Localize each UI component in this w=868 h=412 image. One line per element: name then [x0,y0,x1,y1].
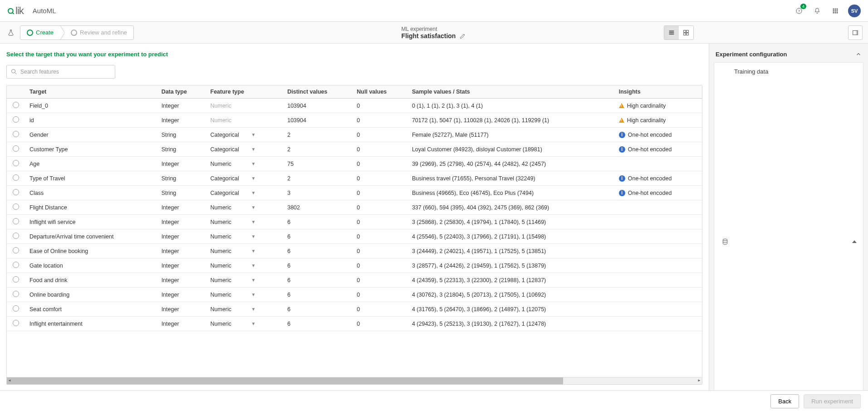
cell-featuretype[interactable]: Numeric▼ [206,244,283,258]
target-radio[interactable] [13,247,19,253]
apps-grid-icon[interactable] [830,5,841,16]
col-featuretype[interactable]: Feature type [206,85,283,99]
cell-featuretype[interactable]: Numeric▼ [206,302,283,317]
chevron-down-icon[interactable]: ▼ [251,263,256,268]
chevron-down-icon[interactable]: ▼ [251,147,256,152]
chevron-down-icon[interactable]: ▼ [251,234,256,239]
cell-nulls: 0 [352,258,407,273]
chevron-down-icon[interactable]: ▼ [251,190,256,195]
svg-point-24 [723,239,727,241]
target-radio[interactable] [13,262,19,268]
chevron-down-icon[interactable]: ▼ [251,219,256,224]
cell-samples: 3 (24449), 2 (24021), 4 (19571), 1 (1752… [407,244,614,258]
target-radio[interactable] [13,160,19,166]
table-row[interactable]: idIntegerNumeric103904070172 (1), 5047 (… [7,113,702,128]
table-row[interactable]: Type of TravelStringCategorical▼20Busine… [7,171,702,186]
table-row[interactable]: GenderStringCategorical▼20Female (52727)… [7,128,702,142]
run-experiment-button[interactable]: Run experiment [804,394,861,408]
chevron-down-icon[interactable]: ▼ [251,321,256,326]
cell-featuretype[interactable]: Numeric▼ [206,273,283,288]
step-create-label: Create [36,29,54,36]
collapse-icon[interactable] [855,51,862,58]
table-row[interactable]: Seat comfortIntegerNumeric▼604 (31765), … [7,302,702,317]
chevron-down-icon[interactable]: ▼ [251,278,256,283]
table-row[interactable]: Inflight entertainmentIntegerNumeric▼604… [7,317,702,331]
flask-icon[interactable] [5,27,16,38]
training-data-header[interactable]: Training data [714,63,863,390]
cell-featuretype[interactable]: Categorical▼ [206,142,283,157]
target-radio[interactable] [13,131,19,137]
cell-featuretype[interactable]: Numeric▼ [206,157,283,171]
step-review[interactable]: Review and refine [64,26,133,40]
features-pane: Select the target that you want your exp… [0,44,709,390]
target-radio[interactable] [13,189,19,195]
table-row[interactable]: Departure/Arrival time convenientInteger… [7,229,702,244]
svg-point-22 [12,69,15,73]
cell-featuretype[interactable]: Numeric▼ [206,288,283,302]
table-row[interactable]: Field_0IntegerNumeric10390400 (1), 1 (1)… [7,99,702,113]
insight-text: One-hot encoded [628,132,672,138]
search-input[interactable] [20,69,111,75]
cell-featuretype[interactable]: Categorical▼ [206,186,283,200]
chevron-down-icon[interactable]: ▼ [251,248,256,253]
cell-featuretype[interactable]: Numeric▼ [206,317,283,331]
chevron-down-icon[interactable]: ▼ [251,292,256,297]
cell-featuretype[interactable]: Numeric▼ [206,200,283,215]
right-panel-toggle[interactable] [848,25,863,40]
back-button[interactable]: Back [770,394,799,408]
notifications-icon[interactable] [812,5,823,16]
search-box[interactable] [6,65,115,79]
chevron-down-icon[interactable]: ▼ [251,205,256,210]
col-target[interactable]: Target [25,85,157,99]
col-datatype[interactable]: Data type [157,85,206,99]
cell-datatype: Integer [157,200,206,215]
cell-featuretype[interactable]: Categorical▼ [206,171,283,186]
target-radio[interactable] [13,291,19,297]
svg-rect-8 [835,10,836,11]
cell-featuretype[interactable]: Numeric▼ [206,215,283,229]
view-grid-button[interactable] [679,26,693,40]
col-samples[interactable]: Sample values / Stats [407,85,614,99]
table-row[interactable]: Flight DistanceIntegerNumeric▼38020337 (… [7,200,702,215]
chevron-down-icon[interactable]: ▼ [251,176,256,181]
table-row[interactable]: Online boardingIntegerNumeric▼604 (30762… [7,288,702,302]
table-row[interactable]: ClassStringCategorical▼30Business (49665… [7,186,702,200]
cell-insights [614,229,702,244]
table-row[interactable]: Customer TypeStringCategorical▼20Loyal C… [7,142,702,157]
table-row[interactable]: Gate locationIntegerNumeric▼603 (28577),… [7,258,702,273]
edit-icon[interactable] [459,32,466,40]
user-avatar[interactable]: SV [848,5,861,17]
cell-target: Flight Distance [25,200,157,215]
chevron-down-icon[interactable]: ▼ [251,307,256,312]
horizontal-scrollbar[interactable] [7,377,702,384]
table-row[interactable]: Inflight wifi serviceIntegerNumeric▼603 … [7,215,702,229]
chevron-down-icon[interactable]: ▼ [251,161,256,166]
cell-featuretype[interactable]: Numeric▼ [206,229,283,244]
cell-featuretype[interactable]: Numeric▼ [206,258,283,273]
step-create[interactable]: Create [20,26,60,40]
target-radio[interactable] [13,174,19,181]
col-distinct[interactable]: Distinct values [283,85,352,99]
cell-insights [614,215,702,229]
target-radio[interactable] [13,145,19,152]
table-row[interactable]: AgeIntegerNumeric▼75039 (2969), 25 (2798… [7,157,702,171]
cell-featuretype[interactable]: Categorical▼ [206,128,283,142]
cell-datatype: String [157,186,206,200]
help-icon[interactable]: ? 4 [794,5,804,16]
col-nulls[interactable]: Null values [352,85,407,99]
target-radio[interactable] [13,102,19,108]
target-radio[interactable] [13,276,19,283]
target-radio[interactable] [13,233,19,239]
table-row[interactable]: Ease of Online bookingIntegerNumeric▼603… [7,244,702,258]
target-radio[interactable] [13,305,19,312]
view-list-button[interactable] [664,26,679,40]
target-radio[interactable] [13,218,19,224]
table-row[interactable]: Food and drinkIntegerNumeric▼604 (24359)… [7,273,702,288]
cell-samples: 4 (29423), 5 (25213), 3 (19130), 2 (1762… [407,317,614,331]
col-insights[interactable]: Insights [614,85,702,99]
target-radio[interactable] [13,204,19,210]
cell-samples: Business (49665), Eco (46745), Eco Plus … [407,186,614,200]
target-radio[interactable] [13,320,19,326]
target-radio[interactable] [13,116,19,123]
chevron-down-icon[interactable]: ▼ [251,132,256,137]
